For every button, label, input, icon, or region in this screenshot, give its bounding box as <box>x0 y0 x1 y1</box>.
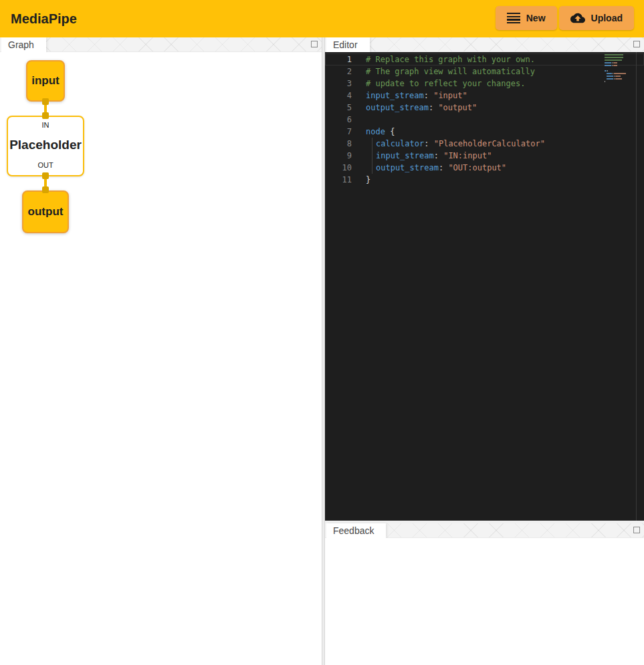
graph-panel: Graph input IN Placeholder OUT output <box>0 37 322 665</box>
header-actions: New Upload <box>496 6 634 30</box>
feedback-content <box>325 538 644 665</box>
minimap-line <box>605 78 635 80</box>
minimap-line <box>605 70 635 72</box>
placeholder-node-title: Placeholder <box>9 138 82 152</box>
port-icon <box>42 186 49 193</box>
minimap-segment <box>607 70 608 72</box>
upload-button[interactable]: Upload <box>559 6 634 30</box>
port-icon <box>42 98 49 105</box>
minimap-segment <box>605 54 623 55</box>
minimap-segment <box>607 78 613 80</box>
code-editor[interactable]: 1# Replace this graph with your own.2# T… <box>325 52 644 521</box>
output-stream-node[interactable]: output <box>22 190 69 233</box>
minimap-line <box>605 54 635 55</box>
line-number: 3 <box>325 78 352 90</box>
port-icon <box>42 172 49 179</box>
code-token: # update to reflect your changes. <box>366 79 525 88</box>
minimap-line <box>605 62 635 63</box>
code-line[interactable]: 7node { <box>325 126 644 138</box>
code-line[interactable]: 5output_stream: "output" <box>325 102 644 114</box>
code-token: : <box>434 151 443 160</box>
minimap-line <box>605 65 635 66</box>
code-line[interactable]: 2# The graph view will automatically <box>325 65 644 78</box>
code-token: : <box>424 139 433 148</box>
line-number: 7 <box>325 126 352 138</box>
code-line[interactable]: 11} <box>325 174 644 186</box>
out-port-label: OUT <box>37 161 53 169</box>
code-token: "output" <box>438 103 477 112</box>
new-button-label: New <box>526 13 546 23</box>
minimap-segment <box>615 78 622 80</box>
minimap-line <box>605 81 635 82</box>
input-stream-node[interactable]: input <box>26 60 65 102</box>
code-token: { <box>385 127 395 136</box>
menu-lines-icon <box>507 13 520 23</box>
cloud-upload-icon <box>570 11 585 25</box>
code-token: output_stream <box>376 163 439 172</box>
code-line[interactable]: 9input_stream: "IN:input" <box>325 150 644 162</box>
feedback-panel: Feedback <box>325 523 644 665</box>
editor-tabbar: Editor <box>325 37 644 52</box>
minimap-segment <box>612 62 613 63</box>
minimap-segment <box>605 62 611 63</box>
code-token: "PlaceholderCalculator" <box>434 139 545 148</box>
minimap-line <box>605 76 635 77</box>
code-token: : <box>424 91 433 100</box>
line-number: 8 <box>325 138 352 150</box>
code-token: : <box>439 163 448 172</box>
minimap-segment <box>607 76 613 77</box>
maximize-icon[interactable] <box>311 41 318 47</box>
output-node-label: output <box>28 205 64 219</box>
code-line[interactable]: 4input_stream: "input" <box>325 90 644 102</box>
minimap-segment <box>613 65 617 66</box>
tab-editor[interactable]: Editor <box>326 37 370 52</box>
minimap-segment <box>614 76 615 77</box>
line-number: 6 <box>325 114 352 126</box>
maximize-icon[interactable] <box>633 527 640 533</box>
code-token: "input" <box>433 91 467 100</box>
minimap-segment <box>614 78 615 80</box>
code-token: input_stream <box>366 91 424 100</box>
line-number: 5 <box>325 102 352 114</box>
graph-canvas[interactable]: input IN Placeholder OUT output <box>0 52 322 665</box>
minimap-segment <box>607 73 612 74</box>
code-token: node <box>366 127 385 136</box>
minimap-segment <box>605 59 622 61</box>
graph-tabbar: Graph <box>0 37 322 52</box>
minimap-segment <box>614 73 626 74</box>
tab-graph[interactable]: Graph <box>1 37 46 52</box>
minimap-line <box>605 73 635 74</box>
editor-scrollbar[interactable] <box>636 52 644 521</box>
code-line[interactable]: 6 <box>325 114 644 126</box>
new-button[interactable]: New <box>496 6 557 30</box>
code-line[interactable]: 1# Replace this graph with your own. <box>325 53 644 65</box>
code-token: : <box>429 103 438 112</box>
tab-feedback[interactable]: Feedback <box>326 523 386 538</box>
input-node-label: input <box>31 74 60 88</box>
placeholder-calculator-node[interactable]: IN Placeholder OUT <box>7 116 84 176</box>
feedback-tabbar: Feedback <box>325 523 644 538</box>
minimap-segment <box>605 70 607 72</box>
line-number: 4 <box>325 90 352 102</box>
minimap-segment <box>605 81 605 82</box>
code-token: output_stream <box>366 103 429 112</box>
app-title: MediaPipe <box>0 11 77 27</box>
minimap-segment <box>612 65 613 66</box>
line-number: 9 <box>325 150 352 162</box>
line-number: 2 <box>325 65 352 78</box>
code-token: calculator <box>376 139 424 148</box>
minimap-segment <box>613 73 613 74</box>
app-header: MediaPipe New Upload <box>0 0 644 37</box>
in-port-label: IN <box>42 121 49 129</box>
code-line[interactable]: 10output_stream: "OUT:output" <box>325 162 644 174</box>
line-number: 11 <box>325 174 352 186</box>
minimap[interactable] <box>605 54 635 84</box>
code-token: "OUT:output" <box>448 163 506 172</box>
maximize-icon[interactable] <box>633 41 640 47</box>
minimap-segment <box>605 57 623 58</box>
code-line[interactable]: 8calculator: "PlaceholderCalculator" <box>325 138 644 150</box>
minimap-segment <box>605 65 611 66</box>
minimap-line <box>605 59 635 61</box>
code-line[interactable]: 3# update to reflect your changes. <box>325 78 644 90</box>
minimap-segment <box>613 62 617 63</box>
